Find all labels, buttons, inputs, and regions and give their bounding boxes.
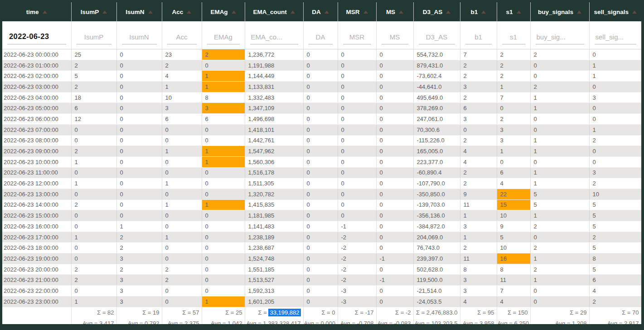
cell-time[interactable]: 2022-06-23 18:00:00 <box>2 243 71 253</box>
avg-cell-IsumP[interactable]: Avg = 3.417 <box>71 318 116 325</box>
cell-EMAg[interactable]: 1 <box>202 296 245 307</box>
column-header-s1[interactable]: s1 <box>497 2 530 21</box>
cell-EMA_count[interactable]: 1,551,185 <box>245 264 303 275</box>
cell-EMA_count[interactable]: 1,133,831 <box>245 82 303 92</box>
cell-time[interactable]: 2022-06-23 02:00:00 <box>2 71 71 82</box>
cell-s1[interactable]: 16 <box>497 253 530 264</box>
cell-DA[interactable]: 0 <box>303 156 338 167</box>
cell-IsumN[interactable]: 0 <box>116 124 162 135</box>
cell-time[interactable]: 2022-06-23 03:00:00 <box>2 82 71 92</box>
filter-input-MSR[interactable]: MSR <box>343 33 371 44</box>
cell-MS[interactable]: -1 <box>376 253 413 264</box>
cell-s1[interactable]: 3 <box>497 135 530 146</box>
cell-EMAg[interactable]: 0 <box>202 253 245 264</box>
cell-sell_signals[interactable]: 5 <box>589 199 641 210</box>
cell-IsumP[interactable]: 2 <box>71 264 116 275</box>
cell-b1[interactable]: 6 <box>460 103 497 114</box>
cell-s1[interactable]: 2 <box>497 71 530 82</box>
cell-IsumN[interactable]: 0 <box>116 167 162 178</box>
cell-buy_signals[interactable]: 0 <box>530 60 589 71</box>
cell-D3_AS[interactable]: -21,514.0 <box>413 286 460 296</box>
cell-sell_signals[interactable]: 2 <box>589 178 641 189</box>
sum-cell-DA[interactable]: Σ = 0 <box>303 307 338 318</box>
filter-input-b1[interactable]: b1 <box>465 33 492 44</box>
cell-IsumN[interactable]: 0 <box>116 189 162 199</box>
cell-EMA_count[interactable]: 1,496,698 <box>245 114 303 125</box>
filter-input-s1[interactable]: s1 <box>502 33 525 44</box>
cell-Acc[interactable]: 1 <box>162 178 202 189</box>
cell-EMAg[interactable]: 0 <box>202 60 245 71</box>
cell-s1[interactable]: 7 <box>497 286 530 296</box>
cell-MSR[interactable]: 0 <box>338 167 376 178</box>
sum-cell-b1[interactable]: Σ = 95 <box>460 307 497 318</box>
cell-IsumN[interactable]: 0 <box>116 60 162 71</box>
cell-MS[interactable]: 0 <box>376 60 413 71</box>
sum-cell-D3_AS[interactable]: Σ = 2,476,883.0 <box>413 307 460 318</box>
cell-EMA_count[interactable]: 1,592,313 <box>245 286 303 296</box>
cell-DA[interactable]: 0 <box>303 82 338 92</box>
cell-EMAg[interactable]: 0 <box>202 264 245 275</box>
cell-DA[interactable]: 0 <box>303 264 338 275</box>
cell-s1[interactable]: 0 <box>497 156 530 167</box>
cell-EMAg[interactable]: 0 <box>202 221 245 232</box>
sort-ascending-icon[interactable] <box>399 10 403 14</box>
avg-cell-D3_AS[interactable]: Avg = 103,203.5 <box>413 318 460 325</box>
cell-time[interactable]: 2022-06-23 14:00:00 <box>2 199 71 210</box>
sort-ascending-icon[interactable] <box>577 10 581 14</box>
cell-s1[interactable]: 6 <box>497 167 530 178</box>
cell-Acc[interactable]: 0 <box>162 189 202 199</box>
cell-sell_signals[interactable]: 0 <box>589 114 641 125</box>
cell-MS[interactable]: 0 <box>376 296 413 307</box>
cell-sell_signals[interactable]: 2 <box>589 135 641 146</box>
cell-time[interactable]: 2022-06-23 01:00:00 <box>2 60 71 71</box>
cell-time[interactable]: 2022-06-23 21:00:00 <box>2 275 71 286</box>
cell-IsumP[interactable]: 2 <box>71 275 116 286</box>
cell-MSR[interactable]: -2 <box>338 275 376 286</box>
cell-time[interactable]: 2022-06-23 08:00:00 <box>2 135 71 146</box>
cell-MSR[interactable]: 0 <box>338 210 376 221</box>
cell-MSR[interactable]: 0 <box>338 199 376 210</box>
cell-buy_signals[interactable]: 2 <box>530 82 589 92</box>
cell-sell_signals[interactable]: 6 <box>589 275 641 286</box>
cell-IsumP[interactable]: 1 <box>71 178 116 189</box>
filter-input-sell_signals[interactable]: sell_sig... <box>595 33 636 44</box>
cell-DA[interactable]: 0 <box>303 296 338 307</box>
cell-EMAg[interactable]: 0 <box>202 210 245 221</box>
cell-MS[interactable]: 0 <box>376 135 413 146</box>
cell-MSR[interactable]: 0 <box>338 124 376 135</box>
cell-buy_signals[interactable]: 1 <box>530 210 589 221</box>
sum-cell-EMA_count[interactable]: Σ = 33,199,882 <box>245 307 303 318</box>
cell-sell_signals[interactable]: 5 <box>589 221 641 232</box>
cell-s1[interactable]: 9 <box>497 221 530 232</box>
cell-IsumN[interactable]: 0 <box>116 135 162 146</box>
cell-IsumP[interactable]: 0 <box>71 221 116 232</box>
filter-input-IsumP[interactable]: IsumP <box>77 33 111 44</box>
column-header-IsumP[interactable]: IsumP <box>71 2 116 21</box>
cell-D3_AS[interactable]: -60,890.4 <box>413 167 460 178</box>
cell-b1[interactable]: 4 <box>460 146 497 157</box>
cell-EMAg[interactable]: 0 <box>202 243 245 253</box>
cell-Acc[interactable]: 0 <box>162 167 202 178</box>
cell-b1[interactable]: 1 <box>460 210 497 221</box>
cell-time[interactable]: 2022-06-23 07:00:00 <box>2 124 71 135</box>
cell-sell_signals[interactable]: 10 <box>589 189 641 199</box>
cell-sell_signals[interactable]: 3 <box>589 92 641 103</box>
cell-D3_AS[interactable]: 70,300.6 <box>413 124 460 135</box>
cell-IsumP[interactable]: 0 <box>71 210 116 221</box>
cell-IsumP[interactable]: 1 <box>71 156 116 167</box>
cell-b1[interactable]: 8 <box>460 264 497 275</box>
cell-MS[interactable]: -1 <box>376 275 413 286</box>
cell-MS[interactable]: 0 <box>376 92 413 103</box>
cell-D3_AS[interactable]: 378,269.0 <box>413 103 460 114</box>
column-header-sell_signals[interactable]: sell_signals <box>589 2 641 21</box>
cell-MSR[interactable]: -2 <box>338 253 376 264</box>
cell-sell_signals[interactable]: 5 <box>589 264 641 275</box>
cell-MS[interactable]: 0 <box>376 124 413 135</box>
cell-MSR[interactable]: 0 <box>338 60 376 71</box>
avg-cell-b1[interactable]: Avg = 3.958 <box>460 318 497 325</box>
cell-IsumP[interactable]: 6 <box>71 103 116 114</box>
cell-MSR[interactable]: -3 <box>338 296 376 307</box>
cell-MS[interactable]: 0 <box>376 243 413 253</box>
cell-buy_signals[interactable]: 0 <box>530 114 589 125</box>
cell-buy_signals[interactable]: 0 <box>530 232 589 243</box>
